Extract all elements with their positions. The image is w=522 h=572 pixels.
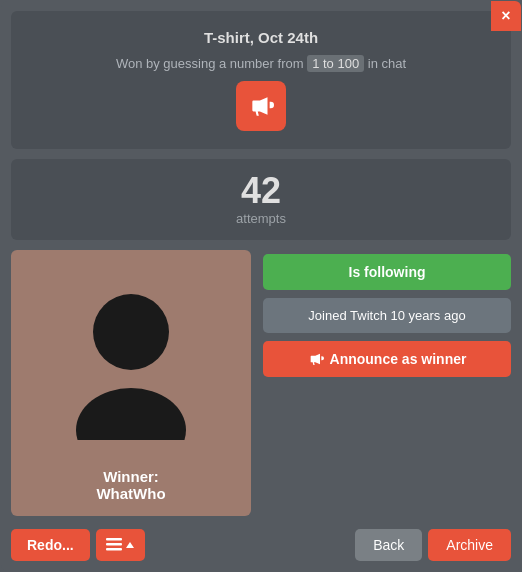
- megaphone-button[interactable]: [236, 81, 286, 131]
- attempts-label: attempts: [236, 211, 286, 226]
- prize-desc-suffix-text: in chat: [368, 56, 406, 71]
- svg-marker-5: [126, 542, 134, 548]
- svg-rect-4: [106, 548, 122, 551]
- svg-point-0: [93, 294, 169, 370]
- megaphone-icon: [248, 93, 274, 119]
- joined-badge: Joined Twitch 10 years ago: [263, 298, 511, 333]
- announce-winner-label: Announce as winner: [330, 351, 467, 367]
- winner-name: Winner:WhatWho: [96, 468, 165, 502]
- prize-description: Won by guessing a number from 1 to 100 i…: [116, 56, 406, 71]
- winner-avatar-card: Winner:WhatWho: [11, 250, 251, 516]
- attempts-number: 42: [241, 173, 281, 209]
- prize-section: T-shirt, Oct 24th Won by guessing a numb…: [11, 11, 511, 149]
- announce-icon: [308, 351, 324, 367]
- winner-info-panel: Is following Joined Twitch 10 years ago …: [263, 250, 511, 516]
- redo-button[interactable]: Redo...: [11, 529, 90, 561]
- list-icon: [106, 538, 122, 552]
- svg-rect-2: [106, 538, 122, 541]
- footer-right-actions: Back Archive: [355, 529, 511, 561]
- announce-winner-button[interactable]: Announce as winner: [263, 341, 511, 377]
- sort-button[interactable]: [96, 529, 145, 561]
- chevron-up-icon: [125, 540, 135, 550]
- main-window: × T-shirt, Oct 24th Won by guessing a nu…: [1, 1, 521, 571]
- svg-rect-3: [106, 543, 122, 546]
- prize-range: 1 to 100: [307, 55, 364, 72]
- svg-point-1: [76, 388, 186, 440]
- footer: Redo... Back Archive: [1, 521, 521, 571]
- prize-desc-prefix: Won by guessing a number from: [116, 56, 304, 71]
- back-button[interactable]: Back: [355, 529, 422, 561]
- archive-button[interactable]: Archive: [428, 529, 511, 561]
- winner-section: Winner:WhatWho Is following Joined Twitc…: [11, 250, 511, 516]
- close-icon: ×: [501, 7, 510, 25]
- footer-left-actions: Redo...: [11, 529, 145, 561]
- attempts-section: 42 attempts: [11, 159, 511, 240]
- prize-title: T-shirt, Oct 24th: [204, 29, 318, 46]
- avatar-figure: [61, 280, 201, 444]
- close-button[interactable]: ×: [491, 1, 521, 31]
- following-badge: Is following: [263, 254, 511, 290]
